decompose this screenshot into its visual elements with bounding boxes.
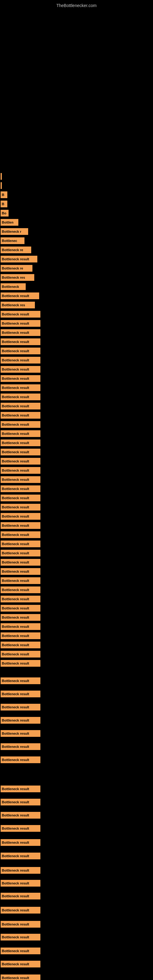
bar-label: Bottleneck result	[2, 894, 29, 898]
bottleneck-bar: Bottleneck result	[1, 961, 40, 967]
bottleneck-bar: Bottleneck result	[1, 439, 40, 446]
bottleneck-bar: Bottleneck result	[1, 339, 40, 345]
bar-row: Bottleneck re	[1, 264, 32, 273]
bar-row: Bottleneck res	[1, 301, 35, 310]
bar-row: Bottleneck result	[1, 328, 40, 337]
bottleneck-bar: Bottleneck result	[1, 504, 40, 511]
bar-row: Bottleneck result	[1, 866, 40, 875]
bar-label: Bottleneck result	[2, 368, 29, 371]
bar-label: Bottleneck result	[2, 469, 29, 472]
bar-row: Bottleneck result	[1, 493, 40, 503]
bar-row: Bottleneck result	[1, 255, 37, 264]
bottleneck-bar: Bottleneck result	[1, 393, 40, 400]
bar-label: Bottleneck result	[2, 542, 29, 546]
bar-row: Bottleneck result	[1, 438, 40, 447]
bar-row: Bottleneck result	[1, 383, 40, 392]
bottleneck-bar: Bottleneck result	[1, 921, 40, 928]
bottleneck-bar: Bottleneck result	[1, 458, 40, 465]
bar-row: Bottleneck result	[1, 420, 40, 429]
bar-row: Bottleneck result	[1, 567, 40, 576]
bar-label: Bottleneck result	[2, 908, 29, 912]
bar-label: Bottleneck result	[2, 340, 29, 344]
bar-row: Bottleneck result	[1, 291, 39, 301]
bar-row: Bottleneck result	[1, 310, 40, 319]
bar-row: Bottleneck result	[1, 891, 40, 901]
bar-row: Bottleneck result	[1, 392, 40, 401]
bottleneck-bar: Bottleneck result	[1, 678, 40, 684]
bar-label: B	[2, 202, 4, 206]
bar-label: Bottleneck result	[2, 423, 29, 426]
bottleneck-bar: Bottleneck result	[1, 975, 40, 980]
bar-row: Bottleneck r	[1, 227, 28, 236]
bar-row: Bottleneck result	[1, 576, 40, 585]
bar-label: Bottleneck	[2, 285, 19, 288]
bottleneck-bar: Bottleneck result	[1, 311, 40, 318]
bottleneck-bar: Bottleneck result	[1, 660, 40, 667]
bar-row: Bottleneck result	[1, 401, 40, 411]
bar-row: Bottleneck re	[1, 245, 31, 255]
bottleneck-bar: Bottleneck result	[1, 403, 40, 409]
bar-row: Bottleneck result	[1, 466, 40, 475]
bar-label: Bottleneck result	[2, 869, 29, 872]
bottleneck-bar: Bottleneck result	[1, 651, 40, 657]
bottleneck-bar: Bottleneck result	[1, 384, 40, 391]
bar-label: B	[2, 193, 4, 197]
bottleneck-bar: Bottleneck result	[1, 893, 40, 899]
bar-row: Bottleneck result	[1, 905, 40, 915]
bar-row: Bottleneck result	[1, 549, 40, 558]
bar-label: Bottleneck result	[2, 597, 29, 601]
bar-label: Bottleneck result	[2, 460, 29, 463]
bar-label: Bottleneck res	[2, 275, 25, 279]
bar-label: Bottleneck result	[2, 551, 29, 555]
bar-label: Bottleneck result	[2, 478, 29, 481]
bar-label: Bottleneck result	[2, 560, 29, 564]
bar-label: Bottleneck result	[2, 395, 29, 399]
bar-label: Bottleneck result	[2, 257, 29, 261]
bottleneck-bar: Bottleneck result	[1, 623, 40, 630]
bottleneck-bar: Bottleneck result	[1, 485, 40, 492]
bar-row: Bottleneck result	[1, 689, 40, 698]
bottleneck-bar: Bottleneck result	[1, 825, 40, 832]
bar-label: Bottleneck r	[2, 230, 21, 233]
bar-label: Bottleneck result	[2, 450, 29, 454]
bar-row: Bottleneck result	[1, 475, 40, 484]
bar-row: Bottleneck res	[1, 273, 34, 282]
bar-row: Bottleneck result	[1, 879, 40, 888]
bar-row: Bo	[1, 208, 9, 218]
bottleneck-bar: Bo	[1, 210, 9, 216]
bottleneck-bar: Bottleneck result	[1, 690, 40, 697]
bar-label: Bottleneck result	[2, 949, 29, 953]
bar-row: Bottleneck result	[1, 346, 40, 356]
bar-label: Bottleneck result	[2, 679, 29, 682]
bottleneck-bar: Bottleneck result	[1, 366, 40, 373]
bar-row: Bottleneck result	[1, 595, 40, 604]
bar-label: Bottleneck result	[2, 349, 29, 353]
bar-row: Bottleneck result	[1, 374, 40, 383]
bottleneck-bar: Bottleneck result	[1, 256, 37, 262]
bar-row: Bottleneck result	[1, 703, 40, 712]
bar-row: Bottleneck result	[1, 676, 40, 686]
bar-label: Bottleneck result	[2, 625, 29, 628]
bar-row	[1, 181, 2, 190]
bar-label: Bottleneck result	[2, 732, 29, 735]
bar-row: Bottleneck result	[1, 484, 40, 493]
bottleneck-bar: Bottleneck re	[1, 247, 31, 253]
bar-row: Bottleneck result	[1, 659, 40, 668]
bar-label: Bottleneck result	[2, 441, 29, 445]
bar-row: B	[1, 199, 7, 208]
bar-row: Bottleneck result	[1, 631, 40, 640]
bar-label: Bottleneck result	[2, 386, 29, 390]
bottleneck-bar: Bottleneck result	[1, 495, 40, 501]
bar-row: Bottleneck result	[1, 503, 40, 512]
bar-row: Bottleneck result	[1, 973, 40, 980]
bottleneck-bar: Bottleneck result	[1, 550, 40, 557]
bottleneck-bar: Bottleneck result	[1, 948, 40, 954]
bottleneck-bar: Bottleneck result	[1, 614, 40, 621]
bottleneck-bar: Bottleneck result	[1, 853, 40, 859]
bottleneck-bar: Bottleneck result	[1, 880, 40, 886]
bar-row	[1, 172, 2, 181]
bottleneck-bar: Bottleneck result	[1, 513, 40, 520]
bar-row: Bottleneck result	[1, 429, 40, 438]
bar-label: Bottleneck result	[2, 662, 29, 665]
bar-label: Bottleneck result	[2, 881, 29, 885]
